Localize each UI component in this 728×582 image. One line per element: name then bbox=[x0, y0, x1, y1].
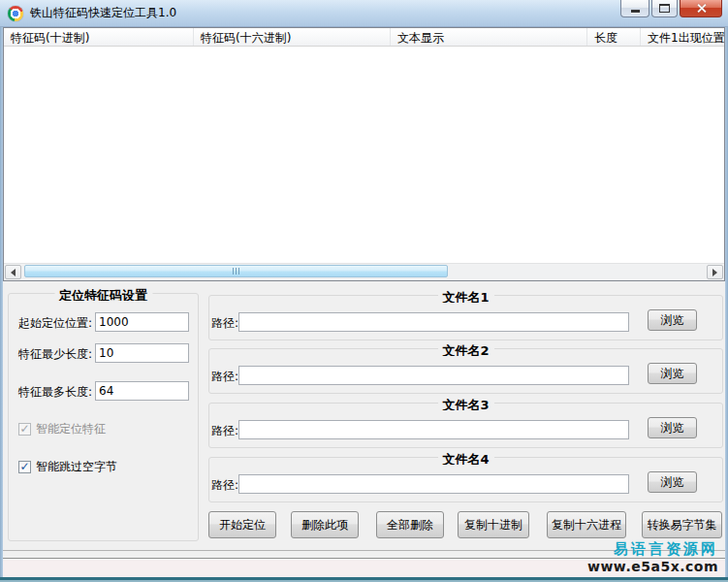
file-groupbox-4: 文件名4 路径: 浏览 bbox=[208, 457, 723, 502]
skip-null-bytes-label: 智能跳过空字节 bbox=[36, 459, 117, 475]
min-length-input[interactable] bbox=[95, 343, 189, 363]
scroll-right-button[interactable] bbox=[707, 265, 723, 279]
arrow-left-icon bbox=[7, 269, 16, 276]
path-label: 路径: bbox=[211, 315, 238, 332]
smart-locate-checkbox: ✓ 智能定位特征 bbox=[18, 421, 106, 437]
max-length-label: 特征最多长度: bbox=[18, 384, 92, 401]
scroll-left-button[interactable] bbox=[5, 265, 21, 279]
window-frame-left bbox=[0, 27, 3, 582]
file-groupbox-3: 文件名3 路径: 浏览 bbox=[208, 403, 723, 448]
column-header-text-display[interactable]: 文本显示 bbox=[391, 28, 587, 46]
titlebar[interactable]: 铁山特征码快速定位工具1.0 bbox=[0, 0, 728, 27]
watermark: 易语言资源网 www.e5a5x.com bbox=[587, 541, 718, 574]
file1-browse-button[interactable]: 浏览 bbox=[648, 309, 697, 331]
settings-group-title: 定位特征码设置 bbox=[54, 287, 152, 301]
file2-browse-button[interactable]: 浏览 bbox=[648, 363, 697, 384]
results-listview: 特征码(十进制) 特征码(十六进制) 文本显示 长度 文件1出现位置 bbox=[3, 27, 725, 281]
horizontal-scrollbar[interactable] bbox=[4, 263, 724, 280]
app-window: 铁山特征码快速定位工具1.0 特征码(十进制) 特征码(十六进制) 文本显示 长… bbox=[0, 0, 728, 582]
path-label: 路径: bbox=[211, 477, 238, 494]
file4-browse-button[interactable]: 浏览 bbox=[648, 471, 697, 493]
grip-icon bbox=[233, 268, 234, 275]
file-groupbox-2: 文件名2 路径: 浏览 bbox=[208, 348, 723, 394]
file-group-title: 文件名3 bbox=[437, 397, 493, 410]
minimize-button[interactable] bbox=[620, 0, 649, 17]
grip-icon bbox=[238, 268, 239, 275]
window-title: 铁山特征码快速定位工具1.0 bbox=[30, 5, 176, 21]
window-controls bbox=[618, 0, 722, 17]
skip-null-bytes-checkbox[interactable]: ✓ 智能跳过空字节 bbox=[18, 459, 117, 475]
close-button[interactable] bbox=[680, 0, 722, 17]
results-list-body[interactable] bbox=[4, 47, 724, 263]
min-length-label: 特征最少长度: bbox=[18, 346, 92, 363]
maximize-button[interactable] bbox=[651, 0, 678, 17]
file-group-title: 文件名2 bbox=[437, 342, 493, 356]
watermark-site-name: 易语言资源网 bbox=[587, 541, 718, 558]
file2-path-input[interactable] bbox=[238, 366, 629, 385]
path-label: 路径: bbox=[211, 369, 238, 385]
maximize-icon bbox=[659, 4, 670, 13]
column-header-file1-position[interactable]: 文件1出现位置 bbox=[641, 28, 724, 46]
max-length-input[interactable] bbox=[95, 381, 189, 401]
settings-groupbox: 定位特征码设置 起始定位位置: 特征最少长度: 特征最多长度: ✓ 智能定位特征 bbox=[8, 293, 199, 541]
lower-panel: 定位特征码设置 起始定位位置: 特征最少长度: 特征最多长度: ✓ 智能定位特征 bbox=[3, 281, 725, 555]
app-icon bbox=[8, 6, 23, 21]
delete-item-button[interactable]: 删除此项 bbox=[291, 511, 359, 538]
file-group-title: 文件名1 bbox=[437, 289, 493, 303]
file-group-title: 文件名4 bbox=[437, 451, 493, 465]
file4-path-input[interactable] bbox=[238, 474, 629, 494]
arrow-right-icon bbox=[712, 269, 721, 276]
start-position-input[interactable] bbox=[95, 312, 189, 332]
window-frame-bottom bbox=[0, 577, 728, 582]
close-icon bbox=[696, 3, 707, 14]
min-length-row: 特征最少长度: bbox=[18, 346, 92, 363]
list-header: 特征码(十进制) 特征码(十六进制) 文本显示 长度 文件1出现位置 bbox=[4, 28, 724, 47]
file1-path-input[interactable] bbox=[238, 312, 629, 332]
grip-icon bbox=[236, 268, 237, 275]
minimize-icon bbox=[631, 10, 640, 13]
path-label: 路径: bbox=[211, 423, 238, 439]
copy-hex-button[interactable]: 复制十六进程 bbox=[547, 511, 626, 538]
column-header-sig-decimal[interactable]: 特征码(十进制) bbox=[4, 28, 194, 46]
smart-locate-label: 智能定位特征 bbox=[36, 421, 106, 437]
start-position-row: 起始定位位置: bbox=[18, 315, 92, 332]
max-length-row: 特征最多长度: bbox=[18, 384, 92, 401]
copy-decimal-button[interactable]: 复制十进制 bbox=[458, 511, 529, 538]
checkbox-checked-icon[interactable]: ✓ bbox=[18, 461, 31, 473]
file-groupbox-1: 文件名1 路径: 浏览 bbox=[208, 295, 723, 340]
column-header-sig-hex[interactable]: 特征码(十六进制) bbox=[194, 28, 391, 46]
convert-byteset-button[interactable]: 转换易字节集 bbox=[642, 511, 722, 538]
scrollbar-track[interactable] bbox=[22, 264, 706, 280]
file3-browse-button[interactable]: 浏览 bbox=[648, 417, 697, 438]
watermark-site-url: www.e5a5x.com bbox=[587, 560, 718, 574]
scrollbar-thumb[interactable] bbox=[24, 265, 448, 277]
column-header-length[interactable]: 长度 bbox=[587, 28, 641, 46]
delete-all-button[interactable]: 全部删除 bbox=[376, 511, 444, 538]
checkbox-checked-disabled-icon: ✓ bbox=[18, 423, 31, 436]
file3-path-input[interactable] bbox=[238, 420, 629, 439]
start-locate-button[interactable]: 开始定位 bbox=[208, 511, 276, 538]
start-position-label: 起始定位位置: bbox=[18, 315, 92, 332]
